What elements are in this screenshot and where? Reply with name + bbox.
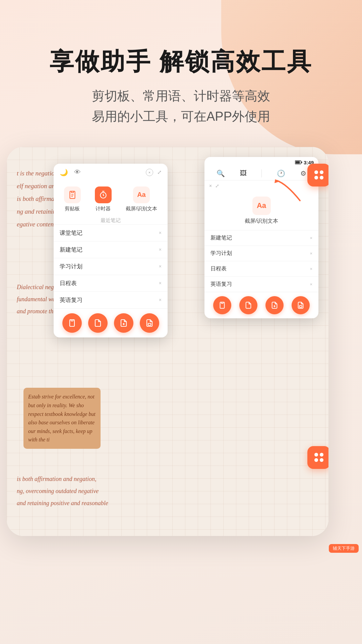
- svg-rect-5: [71, 320, 73, 321]
- sticky-note: Estab strive for excellence, not but onl…: [23, 388, 101, 449]
- device-card: t is the negation of things elf negation…: [7, 147, 328, 536]
- action-btn-3[interactable]: [114, 313, 133, 333]
- note-close-2[interactable]: ×: [159, 247, 162, 252]
- fab-dot-4: [320, 176, 323, 179]
- fab-dot-2: [320, 170, 323, 174]
- action-btn-1[interactable]: [62, 313, 82, 333]
- right-note-close-3[interactable]: ×: [310, 266, 312, 271]
- timer-icon: [95, 186, 112, 203]
- mini-expand-icon[interactable]: ⤢: [215, 183, 219, 189]
- right-action-buttons: [204, 292, 318, 318]
- tool-tabs: 剪贴板 计时器: [54, 181, 168, 215]
- fab-dot-6: [320, 453, 323, 457]
- expand-icon[interactable]: ⤢: [157, 169, 162, 175]
- moon-icon[interactable]: 🌙: [60, 168, 68, 176]
- tab-timer[interactable]: 计时器: [95, 186, 112, 212]
- note-close-5[interactable]: ×: [159, 297, 162, 303]
- fab-dot-7: [314, 458, 318, 462]
- device-inner: t is the negation of things elf negation…: [7, 147, 328, 536]
- fab-dot-3: [314, 176, 318, 179]
- eye-icon[interactable]: 👁: [74, 168, 81, 176]
- ocr-label: 截屏/识别文本: [245, 218, 278, 225]
- arrow-indicator: [270, 177, 310, 205]
- tab-ocr[interactable]: Aa 截屏/识别文本: [126, 186, 157, 212]
- svg-rect-15: [299, 306, 302, 308]
- svg-rect-8: [148, 323, 151, 325]
- fab-dot-5: [314, 453, 318, 457]
- tab-timer-label: 计时器: [96, 206, 111, 212]
- fab-dot-8: [320, 458, 323, 462]
- banner-icons: × ⤢: [209, 183, 219, 189]
- clock-icon[interactable]: 🕐: [277, 169, 285, 177]
- action-buttons-row: [54, 308, 168, 337]
- fab-dot-1: [314, 170, 318, 174]
- toolbar-divider: [261, 169, 262, 177]
- right-action-btn-1[interactable]: [213, 296, 231, 314]
- right-note-close-4[interactable]: ×: [310, 282, 312, 287]
- right-note-name-3: 日程表: [210, 265, 227, 272]
- hero-section: 享做助手 解锁高效工具 剪切板、常用语、计时器等高效 易用的小工具，可在APP外…: [0, 0, 362, 127]
- fab-dots-grid: [313, 169, 325, 181]
- right-note-close-2[interactable]: ×: [310, 251, 312, 256]
- note-name-2: 新建笔记: [60, 246, 82, 254]
- popup-topbar: 🌙 👁 × ⤢: [54, 164, 168, 181]
- image-icon[interactable]: 🖼: [240, 169, 247, 177]
- svg-rect-11: [301, 162, 302, 163]
- ocr-icon[interactable]: Aa: [252, 197, 271, 215]
- watermark-badge: 辅天下手游: [329, 544, 359, 553]
- note-close-4[interactable]: ×: [159, 280, 162, 286]
- note-name-1: 课堂笔记: [60, 229, 82, 237]
- note-item-1[interactable]: 课堂笔记 ×: [54, 224, 168, 241]
- battery-icon: [295, 160, 302, 164]
- action-btn-2[interactable]: [88, 313, 108, 333]
- right-action-btn-3[interactable]: [265, 296, 284, 314]
- clipboard-icon: [64, 186, 81, 203]
- popup-right-icons: × ⤢: [146, 169, 162, 176]
- settings-icon[interactable]: ⚙: [300, 169, 306, 177]
- popup-left-icons: 🌙 👁: [60, 168, 81, 176]
- zoom-icon[interactable]: 🔍: [217, 169, 225, 177]
- svg-rect-12: [221, 302, 223, 304]
- page-wrapper: 享做助手 解锁高效工具 剪切板、常用语、计时器等高效 易用的小工具，可在APP外…: [0, 0, 362, 644]
- right-note-close-1[interactable]: ×: [310, 235, 312, 240]
- right-action-btn-4[interactable]: [292, 296, 310, 314]
- tab-clipboard[interactable]: 剪贴板: [64, 186, 81, 212]
- note-item-4[interactable]: 日程表 ×: [54, 275, 168, 291]
- note-close-1[interactable]: ×: [159, 230, 162, 235]
- script-text-bottom: is both affirmation and negation, ng, ov…: [17, 473, 144, 509]
- note-name-3: 学习计划: [60, 263, 82, 270]
- svg-rect-0: [71, 191, 74, 193]
- left-popup-panel: 🌙 👁 × ⤢: [54, 164, 168, 337]
- tab-ocr-label: 截屏/识别文本: [126, 206, 157, 212]
- tab-clipboard-label: 剪贴板: [65, 206, 80, 212]
- svg-rect-10: [295, 161, 300, 164]
- note-close-3[interactable]: ×: [159, 264, 162, 269]
- fab-dots-grid-2: [313, 451, 325, 463]
- right-note-item-3[interactable]: 日程表 ×: [204, 261, 318, 276]
- ocr-tab-icon: Aa: [133, 186, 150, 203]
- note-item-2[interactable]: 新建笔记 ×: [54, 241, 168, 258]
- right-action-btn-2[interactable]: [239, 296, 257, 314]
- close-circle-button[interactable]: ×: [146, 169, 153, 176]
- note-item-5[interactable]: 英语复习 ×: [54, 291, 168, 308]
- note-name-5: 英语复习: [60, 296, 82, 304]
- mini-close-icon[interactable]: ×: [209, 183, 212, 189]
- status-bar: 3:49: [204, 157, 318, 167]
- right-note-item-2[interactable]: 学习计划 ×: [204, 246, 318, 261]
- recent-notes-title: 最近笔记: [54, 215, 168, 224]
- screenshot-container: t is the negation of things elf negation…: [0, 140, 362, 556]
- right-note-name-1: 新建笔记: [210, 234, 232, 241]
- fab-app-launcher-top[interactable]: [307, 164, 328, 186]
- right-note-name-2: 学习计划: [210, 250, 232, 257]
- note-item-3[interactable]: 学习计划 ×: [54, 258, 168, 275]
- action-btn-4[interactable]: [140, 313, 159, 333]
- fab-app-launcher-bottom[interactable]: [307, 446, 328, 469]
- right-note-item-1[interactable]: 新建笔记 ×: [204, 230, 318, 246]
- right-note-item-4[interactable]: 英语复习 ×: [204, 276, 318, 292]
- hero-title: 享做助手 解锁高效工具: [0, 47, 362, 76]
- note-name-4: 日程表: [60, 279, 77, 287]
- hero-subtitle: 剪切板、常用语、计时器等高效 易用的小工具，可在APP外使用: [0, 86, 362, 127]
- right-note-list: 新建笔记 × 学习计划 × 日程表 × 英语复习: [204, 230, 318, 292]
- right-note-name-4: 英语复习: [210, 281, 232, 288]
